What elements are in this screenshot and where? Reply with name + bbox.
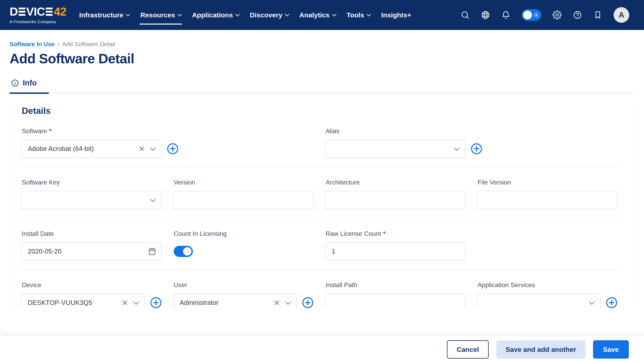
chevron-down-icon — [178, 12, 182, 16]
field-install-path: Install Path — [326, 281, 466, 308]
add-application-service-button[interactable] — [606, 297, 618, 308]
chevron-down-icon — [150, 196, 156, 202]
chevron-down-icon — [235, 12, 240, 16]
required-marker: * — [49, 127, 51, 135]
brand-letter-e-icon — [18, 7, 26, 16]
nav-item-analytics[interactable]: Analytics — [300, 7, 336, 23]
chevron-down-icon — [284, 12, 289, 16]
save-button[interactable]: Save — [593, 340, 629, 359]
count-in-licensing-toggle[interactable] — [174, 246, 193, 257]
chevron-down-icon — [133, 299, 139, 305]
version-input[interactable] — [174, 191, 314, 209]
nav-item-tools[interactable]: Tools — [346, 7, 370, 23]
raw-license-count-input[interactable] — [326, 242, 466, 261]
cancel-button[interactable]: Cancel — [447, 340, 489, 359]
device-value: DESKTOP-VUUK3Q5 — [28, 299, 118, 307]
install-path-input[interactable] — [326, 294, 466, 308]
field-alias: Alias — [326, 127, 618, 158]
field-version: Version — [174, 179, 314, 209]
field-install-date: Install Date — [22, 230, 162, 261]
settings-gear-icon[interactable] — [552, 10, 562, 19]
clear-icon[interactable] — [122, 300, 128, 306]
form-row-2: Software Key Version Architecture File V… — [22, 167, 622, 218]
nav-item-applications[interactable]: Applications — [192, 7, 239, 23]
bookmark-icon[interactable] — [593, 10, 602, 19]
field-architecture: Architecture — [326, 179, 466, 209]
bell-icon[interactable] — [501, 10, 510, 19]
brand-letter-e-icon — [46, 7, 52, 16]
breadcrumb-separator: › — [57, 41, 59, 47]
toggle-knob — [183, 247, 192, 256]
details-panel: Details Software * Adobe Acrobat (64-bit… — [10, 101, 634, 308]
form-row-4: Device DESKTOP-VUUK3Q5 User — [22, 270, 622, 308]
theme-toggle[interactable] — [522, 9, 541, 21]
nav-item-infrastructure[interactable]: Infrastructure — [79, 7, 130, 23]
tab-bar: Info — [10, 79, 634, 93]
brand-number-42: 42 — [54, 6, 66, 17]
version-label: Version — [174, 179, 195, 186]
footer-action-bar: Cancel Save and add another Save — [0, 336, 644, 363]
user-label: User — [174, 281, 187, 289]
alias-select[interactable] — [326, 140, 466, 158]
add-alias-button[interactable] — [471, 143, 482, 155]
header-icon-group: A — [460, 7, 629, 23]
nav-item-insights[interactable]: Insights+ — [381, 7, 411, 23]
chevron-down-icon — [126, 12, 130, 16]
brand-wordmark: D VIC 42 — [10, 6, 66, 17]
field-application-services: Application Services — [478, 281, 618, 308]
architecture-input[interactable] — [326, 191, 466, 209]
toggle-knob — [523, 10, 532, 19]
add-software-button[interactable] — [167, 143, 178, 155]
chevron-down-icon — [332, 12, 336, 16]
device-label: Device — [22, 281, 41, 289]
clear-icon[interactable] — [274, 300, 280, 306]
alias-label: Alias — [326, 127, 340, 135]
architecture-label: Architecture — [326, 179, 360, 186]
avatar-initial: A — [618, 11, 624, 19]
application-services-label: Application Services — [478, 281, 535, 289]
software-select[interactable]: Adobe Acrobat (64-bit) — [22, 140, 162, 158]
search-icon[interactable] — [460, 10, 470, 19]
breadcrumb-current: Add Software Detail — [62, 41, 115, 47]
add-user-button[interactable] — [302, 297, 314, 308]
globe-icon[interactable] — [481, 10, 490, 19]
software-value: Adobe Acrobat (64-bit) — [28, 145, 134, 153]
nav-item-discovery[interactable]: Discovery — [250, 7, 288, 23]
chevron-down-icon — [285, 299, 291, 305]
count-in-licensing-label: Count In Licensing — [174, 230, 227, 237]
raw-license-count-label: Raw License Count — [326, 230, 381, 237]
breadcrumb-link-software-in-use[interactable]: Software In Use — [10, 41, 54, 47]
device-select[interactable]: DESKTOP-VUUK3Q5 — [22, 294, 145, 308]
field-user: User Administrator — [174, 281, 314, 308]
user-avatar[interactable]: A — [614, 7, 629, 23]
software-key-label: Software Key — [22, 179, 60, 186]
help-icon[interactable] — [573, 10, 582, 19]
brand-letter-d: D — [10, 6, 18, 17]
field-software: Software * Adobe Acrobat (64-bit) — [22, 127, 314, 158]
add-device-button[interactable] — [150, 297, 162, 308]
tab-info[interactable]: Info — [10, 79, 49, 93]
required-marker: * — [383, 230, 385, 237]
save-and-add-another-button[interactable]: Save and add another — [496, 340, 585, 359]
nav-item-resources[interactable]: Resources — [140, 7, 181, 23]
device42-logo[interactable]: D VIC 42 A Freshworks Company — [10, 6, 66, 24]
sun-icon — [533, 11, 540, 18]
page-title: Add Software Detail — [0, 47, 644, 66]
form-row-3: Install Date Count In Licensing Raw Lice… — [22, 218, 622, 269]
main-nav: Infrastructure Resources Applications Di… — [79, 7, 411, 23]
clear-icon[interactable] — [138, 146, 145, 152]
top-nav-bar: D VIC 42 A Freshworks Company Infrastruc… — [0, 0, 644, 30]
install-date-input[interactable] — [22, 242, 162, 261]
chevron-down-icon — [589, 299, 595, 305]
software-key-select[interactable] — [22, 191, 162, 209]
software-label: Software — [22, 127, 47, 135]
file-version-input[interactable] — [478, 191, 618, 209]
add-software-detail-page: D VIC 42 A Freshworks Company Infrastruc… — [0, 0, 644, 363]
field-device: Device DESKTOP-VUUK3Q5 — [22, 281, 162, 308]
field-count-in-licensing: Count In Licensing — [174, 230, 314, 261]
calendar-icon[interactable] — [148, 247, 156, 256]
user-select[interactable]: Administrator — [174, 294, 297, 308]
install-date-label: Install Date — [22, 230, 54, 237]
install-path-label: Install Path — [326, 281, 357, 289]
application-services-select[interactable] — [478, 294, 601, 308]
